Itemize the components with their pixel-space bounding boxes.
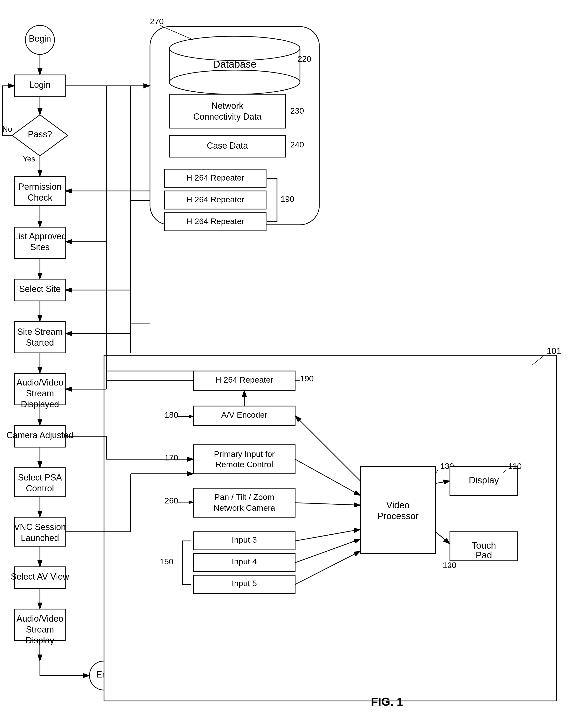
system-box-101 xyxy=(104,355,556,701)
vnc-session-label2: Launched xyxy=(21,533,59,543)
list-approved-label1: List Approved xyxy=(13,231,66,241)
yes-label: Yes xyxy=(23,154,35,163)
login-label: Login xyxy=(29,80,50,90)
av-stream-displayed-label2: Stream xyxy=(26,389,54,398)
input4-label: Input 4 xyxy=(232,557,257,566)
ref-120: 120 xyxy=(443,560,456,570)
flowchart-diagram: Begin Login Pass? No Yes Permission Chec… xyxy=(0,0,575,728)
pass-label: Pass? xyxy=(28,129,52,139)
network-connectivity-box xyxy=(169,94,285,128)
vnc-session-label1: VNC Session xyxy=(14,522,66,532)
h264-repeater-single-label: H 264 Repeater xyxy=(215,375,273,384)
primary-input-box xyxy=(194,445,295,474)
ref-101: 101 xyxy=(547,346,561,356)
list-approved-label2: Sites xyxy=(30,242,49,252)
av-stream-display-label1: Audio/Video xyxy=(16,614,63,624)
av-stream-displayed-label1: Audio/Video xyxy=(16,377,63,388)
display-label: Display xyxy=(469,475,499,485)
select-psa-label2: Control xyxy=(26,483,54,493)
touch-pad-label: Touch xyxy=(471,540,496,551)
database-label: Database xyxy=(213,59,257,70)
input5-label: Input 5 xyxy=(232,579,257,588)
input3-label: Input 3 xyxy=(232,535,257,544)
touch-pad-label2: Pad xyxy=(476,550,492,560)
database-top-ellipse xyxy=(169,36,300,61)
ref-190-db: 190 xyxy=(281,194,294,204)
h264-repeater-db-1-label: H 264 Repeater xyxy=(186,173,244,182)
pan-tilt-zoom-label1: Pan / Tilt / Zoom xyxy=(214,493,274,502)
site-stream-label2: Started xyxy=(26,338,54,348)
network-connectivity-label1: Network xyxy=(211,101,244,111)
ref-150: 150 xyxy=(160,557,173,566)
av-encoder-label: A/V Encoder xyxy=(221,410,268,420)
ref-170: 170 xyxy=(165,453,178,462)
video-processor-label1: Video xyxy=(386,500,410,510)
ref-190-single: 190 xyxy=(300,374,314,383)
pan-tilt-zoom-label2: Network Camera xyxy=(213,503,275,512)
select-av-view-label: Select AV View xyxy=(11,572,69,582)
fig-label: FIG. 1 xyxy=(371,695,403,708)
primary-input-label1: Primary Input for xyxy=(214,449,275,459)
begin-label: Begin xyxy=(29,34,51,43)
ref-220: 220 xyxy=(298,54,311,63)
no-label: No xyxy=(2,125,12,134)
camera-adjusted-label: Camera Adjusted xyxy=(6,430,73,440)
site-stream-label1: Site Stream xyxy=(17,327,63,337)
select-psa-label1: Select PSA xyxy=(18,473,62,482)
permission-check-label2: Check xyxy=(28,193,53,203)
site-stream-box xyxy=(14,322,65,353)
h264-repeater-db-3-label: H 264 Repeater xyxy=(186,217,244,226)
database-bottom-ellipse xyxy=(169,70,300,94)
ref-180: 180 xyxy=(165,410,178,420)
av-stream-display-label2: Stream xyxy=(26,624,54,634)
video-processor-label2: Processor xyxy=(377,511,418,521)
case-data-label: Case Data xyxy=(207,141,248,151)
ref-270-label: 270 xyxy=(150,17,164,26)
h264-repeater-db-2-label: H 264 Repeater xyxy=(186,195,244,204)
primary-input-label2: Remote Control xyxy=(215,460,273,469)
ref-230: 230 xyxy=(290,106,304,115)
permission-check-label1: Permission xyxy=(19,182,62,192)
select-site-label: Select Site xyxy=(19,284,61,294)
ref-110: 110 xyxy=(508,462,522,471)
ref-260: 260 xyxy=(165,496,178,505)
ref-240: 240 xyxy=(290,140,304,149)
network-connectivity-label2: Connectivity Data xyxy=(193,112,262,121)
